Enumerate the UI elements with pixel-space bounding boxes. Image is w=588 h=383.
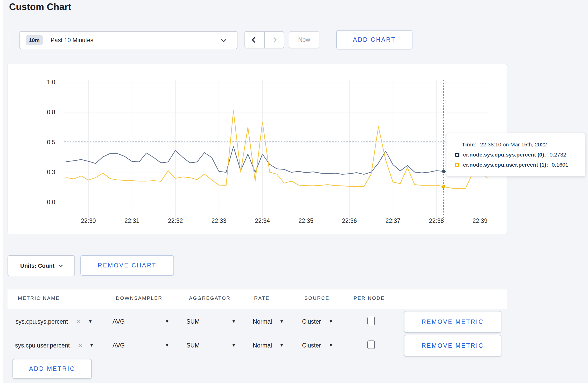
col-header-per-node: PER NODE	[354, 295, 385, 301]
series-line	[67, 147, 487, 174]
caret-down-icon[interactable]: ▼	[165, 343, 169, 348]
hover-point	[442, 170, 445, 173]
time-range-dropdown[interactable]: 10m Past 10 Minutes	[19, 31, 237, 49]
caret-down-icon[interactable]: ▼	[279, 319, 284, 324]
tooltip-time-row: Time: 22:38:10 on Mar 15th, 2022	[455, 141, 585, 148]
add-chart-button[interactable]: ADD CHART	[336, 30, 412, 49]
tooltip-series-label: cr.node.sys.cpu.sys.percent (0):	[463, 152, 546, 158]
source-select[interactable]: Cluster	[302, 318, 321, 325]
chevron-left-icon	[251, 37, 257, 43]
tooltip-series-label: cr.node.sys.cpu.user.percent (1):	[463, 162, 548, 168]
hover-point	[442, 185, 445, 188]
x-axis-tick-label: 22:38	[429, 217, 444, 224]
metric-name-value[interactable]: sys.cpu.sys.percent	[16, 318, 68, 325]
now-button[interactable]: Now	[289, 31, 319, 48]
x-axis-tick-label: 22:32	[168, 217, 183, 224]
downsampler-select[interactable]: AVG	[113, 342, 125, 349]
x-axis-tick-label: 22:39	[472, 217, 487, 224]
caret-down-icon[interactable]: ▼	[232, 319, 236, 324]
remove-metric-button[interactable]: REMOVE METRIC	[404, 335, 501, 357]
aggregator-select[interactable]: SUM	[186, 318, 200, 325]
y-axis-tick-label: 1.0	[47, 79, 55, 86]
remove-metric-button[interactable]: REMOVE METRIC	[404, 311, 501, 333]
y-axis-tick-label: 0.3	[47, 169, 55, 175]
col-header-metric-name: METRIC NAME	[18, 295, 60, 301]
left-gutter	[0, 0, 3, 383]
chevron-right-icon	[271, 37, 277, 43]
next-range-button[interactable]	[264, 32, 284, 48]
caret-down-icon[interactable]: ▼	[88, 319, 93, 324]
y-axis-tick-label: 0.5	[47, 139, 55, 146]
x-axis-tick-label: 22:31	[124, 217, 139, 224]
y-axis-tick-label: 0.0	[47, 199, 55, 205]
tooltip-series-value: 0.2732	[550, 152, 566, 158]
tooltip-time-label: Time:	[462, 141, 477, 148]
caret-down-icon[interactable]: ▼	[279, 343, 284, 348]
time-range-badge: 10m	[26, 35, 43, 45]
sys-series-swatch-icon	[455, 153, 459, 157]
metric-name-value[interactable]: sys.cpu.user.percent	[15, 342, 70, 349]
col-header-rate: RATE	[254, 295, 270, 301]
tooltip-series-value: 0.1601	[552, 162, 568, 168]
x-axis-tick-label: 22:33	[212, 217, 227, 224]
series-line	[67, 111, 487, 189]
units-dropdown[interactable]: Units: Count	[8, 255, 75, 276]
x-axis-tick-label: 22:34	[255, 217, 270, 224]
x-axis-tick-label: 22:36	[342, 217, 357, 224]
x-axis-tick-label: 22:30	[81, 217, 96, 224]
y-axis-tick-label: 0.8	[47, 109, 55, 116]
clear-metric-icon[interactable]: ✕	[78, 342, 83, 349]
rate-select[interactable]: Normal	[253, 342, 272, 349]
time-range-label: Past 10 Minutes	[51, 37, 93, 44]
downsampler-select[interactable]: AVG	[113, 318, 125, 325]
chevron-down-icon	[221, 37, 226, 42]
chart-card: 0.00.30.50.81.022:3022:3122:3222:3322:34…	[8, 64, 507, 234]
caret-down-icon[interactable]: ▼	[89, 343, 94, 348]
units-label: Units: Count	[20, 263, 54, 269]
col-header-downsampler: DOWNSAMPLER	[116, 295, 163, 301]
remove-chart-button[interactable]: REMOVE CHART	[80, 255, 174, 276]
line-chart[interactable]: 0.00.30.50.81.022:3022:3122:3222:3322:34…	[8, 64, 507, 234]
aggregator-select[interactable]: SUM	[186, 342, 200, 349]
clear-metric-icon[interactable]: ✕	[76, 318, 81, 325]
caret-down-icon[interactable]: ▼	[165, 319, 169, 324]
time-nav-group	[244, 31, 284, 48]
add-metric-button[interactable]: ADD METRIC	[12, 359, 92, 379]
x-axis-tick-label: 22:37	[386, 217, 401, 224]
chevron-down-icon	[58, 263, 63, 267]
tooltip-time-value: 22:38:10 on Mar 15th, 2022	[480, 141, 547, 148]
per-node-checkbox[interactable]	[367, 317, 375, 325]
page-title: Custom Chart	[9, 2, 71, 12]
source-select[interactable]: Cluster	[302, 342, 321, 349]
x-axis-tick-label: 22:35	[298, 217, 313, 224]
col-header-source: SOURCE	[304, 295, 330, 301]
chart-tooltip: Time: 22:38:10 on Mar 15th, 2022 cr.node…	[446, 133, 585, 176]
caret-down-icon[interactable]: ▼	[329, 343, 333, 348]
prev-range-button[interactable]	[245, 32, 264, 48]
per-node-checkbox[interactable]	[367, 341, 375, 349]
toolbar-divider	[8, 28, 8, 50]
tooltip-series-row: cr.node.sys.cpu.sys.percent (0): 0.2732	[455, 152, 585, 158]
col-header-aggregator: AGGREGATOR	[189, 295, 230, 301]
user-series-swatch-icon	[455, 163, 459, 167]
caret-down-icon[interactable]: ▼	[329, 319, 333, 324]
tooltip-series-row: cr.node.sys.cpu.user.percent (1): 0.1601	[455, 162, 585, 168]
caret-down-icon[interactable]: ▼	[232, 343, 236, 348]
rate-select[interactable]: Normal	[253, 318, 272, 325]
